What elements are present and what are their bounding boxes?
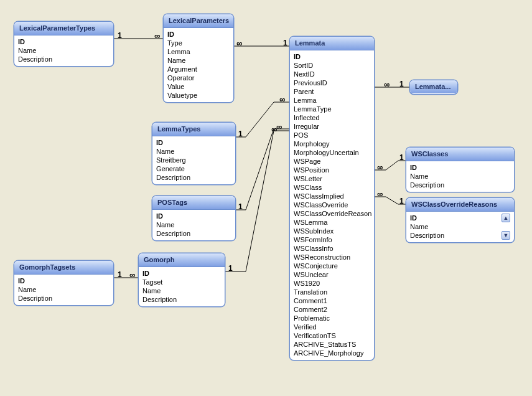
table-lexicalparametertypes[interactable]: LexicalParameterTypes ID Name Descriptio… — [14, 21, 114, 67]
field: WSClassImplied — [294, 192, 370, 200]
table-fields: ID▲ Name Description▼ — [406, 212, 514, 242]
table-wsclassoverridereasons[interactable]: WSClassOverrideReasons ID▲ Name Descript… — [406, 197, 515, 243]
field: Description — [18, 55, 110, 64]
table-fields: ID Type Lemma Name Argument Operator Val… — [164, 28, 233, 102]
card-one: 1 — [399, 197, 404, 205]
field: Inflected — [294, 113, 370, 122]
card-many: ∞ — [154, 31, 160, 40]
card-one: 1 — [118, 270, 122, 279]
table-title[interactable]: LexicalParameters — [164, 14, 233, 28]
field: WSFormInfo — [294, 235, 370, 244]
table-postags[interactable]: POSTags ID Name Description — [152, 196, 236, 241]
field: Translation — [294, 288, 370, 296]
field: Operator — [167, 73, 230, 82]
table-fields: ID Name Description — [14, 35, 113, 66]
field: Parent — [294, 87, 370, 96]
field: WSClass — [294, 183, 370, 192]
field: WSReconstruction — [294, 253, 370, 262]
card-one: 1 — [399, 153, 404, 162]
field: Comment2 — [294, 305, 370, 314]
field: ID — [18, 276, 110, 285]
field: POS — [294, 131, 370, 139]
field: PreviousID — [294, 78, 370, 87]
field: MorphologyUncertain — [294, 148, 370, 157]
table-fields: ID Tagset Name Description — [139, 267, 225, 306]
table-title[interactable]: WSClasses — [406, 148, 514, 161]
table-fields: ID Name Description — [152, 210, 235, 240]
field: ID — [167, 30, 230, 39]
field: WSClassOverrideReason — [294, 209, 370, 218]
field: Name — [410, 222, 510, 231]
field: WS1920 — [294, 279, 370, 288]
table-lexicalparameters[interactable]: LexicalParameters ID Type Lemma Name Arg… — [163, 14, 234, 103]
field: Lemma — [167, 47, 230, 56]
table-gomorphtagsets[interactable]: GomorphTagsets ID Name Description — [14, 260, 114, 306]
field: ID — [156, 212, 231, 220]
table-fields: ID Name Description — [14, 275, 113, 305]
field: WSPage — [294, 157, 370, 166]
card-many: ∞ — [377, 163, 383, 172]
card-many: ∞ — [384, 80, 390, 89]
table-title[interactable]: GomorphTagsets — [14, 261, 113, 275]
field: Description — [142, 295, 221, 304]
table-lemmata[interactable]: Lemmata ID SortID NextID PreviousID Pare… — [289, 36, 375, 361]
field: Valuetype — [167, 91, 230, 100]
field: Tagset — [142, 278, 221, 286]
field: Generate — [156, 164, 231, 173]
field: Problematic — [294, 314, 370, 323]
field: Lemma — [294, 96, 370, 105]
field: Description — [156, 229, 231, 238]
table-title[interactable]: POSTags — [152, 196, 235, 210]
table-fields: ID Name Description — [406, 161, 514, 192]
card-many: ∞ — [236, 39, 242, 48]
field: Name — [167, 56, 230, 65]
field: ID — [410, 163, 510, 172]
table-gomorph[interactable]: Gomorph ID Tagset Name Description — [138, 253, 225, 307]
scroll-up-icon[interactable]: ▲ — [502, 214, 510, 222]
field: Name — [18, 46, 110, 55]
card-many: ∞ — [276, 122, 282, 131]
field: Argument — [167, 65, 230, 73]
card-many: ∞ — [279, 95, 285, 104]
field: Name — [156, 220, 231, 229]
table-title[interactable]: Lemmata... — [410, 80, 457, 93]
table-fields: ID Name Streitberg Generate Description — [152, 136, 235, 184]
field: ID — [142, 269, 221, 278]
table-title[interactable]: WSClassOverrideReasons — [406, 198, 514, 212]
field: ID — [294, 52, 370, 61]
field: Name — [156, 147, 231, 156]
table-fields: ID SortID NextID PreviousID Parent Lemma… — [290, 50, 374, 360]
field: Description▼ — [410, 231, 510, 240]
field: VerificationTS — [294, 331, 370, 340]
card-one: 1 — [228, 264, 233, 273]
field: Description — [410, 181, 510, 189]
field: Streitberg — [156, 156, 231, 164]
field: ID — [18, 37, 110, 46]
field: WSLetter — [294, 174, 370, 183]
table-wsclasses[interactable]: WSClasses ID Name Description — [406, 147, 515, 192]
table-lemmata-ref[interactable]: Lemmata... — [409, 80, 458, 95]
field: NextID — [294, 70, 370, 78]
field: Morphology — [294, 139, 370, 148]
table-title[interactable]: LexicalParameterTypes — [14, 22, 113, 35]
field: Comment1 — [294, 296, 370, 305]
card-many: ∞ — [377, 189, 383, 199]
field: Name — [142, 286, 221, 295]
card-one: 1 — [118, 31, 122, 40]
field: WSSubIndex — [294, 227, 370, 235]
field: ID — [156, 138, 231, 147]
field: WSLemma — [294, 218, 370, 227]
table-lemmatypes[interactable]: LemmaTypes ID Name Streitberg Generate D… — [152, 122, 236, 185]
table-title[interactable]: Gomorph — [139, 253, 225, 267]
card-one: 1 — [399, 80, 404, 88]
card-many: ∞ — [271, 125, 277, 134]
field: ID▲ — [410, 214, 510, 222]
field: Description — [156, 173, 231, 182]
scroll-down-icon[interactable]: ▼ — [502, 231, 510, 240]
field: Irregular — [294, 122, 370, 131]
field: Name — [18, 285, 110, 294]
field: Name — [410, 172, 510, 181]
card-one: 1 — [283, 39, 287, 47]
table-title[interactable]: Lemmata — [290, 37, 374, 50]
table-title[interactable]: LemmaTypes — [152, 123, 235, 136]
